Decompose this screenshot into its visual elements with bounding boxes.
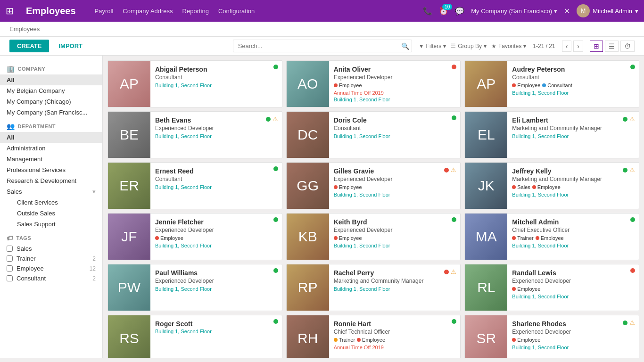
employee-card[interactable]: EL⚠Eli LambertMarketing and Community Ma… bbox=[464, 111, 639, 158]
filter-bar: ▼ Filters ▾ ☰ Group By ▾ ★ Favorites ▾ bbox=[419, 43, 527, 49]
sidebar-item-management[interactable]: Management bbox=[0, 154, 102, 165]
employee-card[interactable]: KBKeith ByrdExperienced DeveloperEmploye… bbox=[286, 213, 461, 260]
tag-employee-checkbox[interactable] bbox=[7, 265, 13, 272]
prev-page-button[interactable]: ‹ bbox=[562, 41, 572, 52]
employee-job: Experienced Developer bbox=[155, 125, 277, 132]
employee-name: Doris Cole bbox=[334, 116, 456, 124]
group-icon: ☰ bbox=[451, 43, 456, 49]
sidebar-item-all-company[interactable]: All bbox=[0, 74, 102, 85]
tag-dot bbox=[512, 185, 516, 189]
employee-card[interactable]: BE⚠Beth EvansExperienced DeveloperBuildi… bbox=[107, 111, 282, 158]
sidebar-item-sf[interactable]: My Company (San Francisc... bbox=[0, 107, 102, 118]
card-status bbox=[452, 65, 456, 69]
employee-card[interactable]: JK⚠Jeffrey KellyMarketing and Community … bbox=[464, 162, 639, 209]
employee-photo: RP bbox=[287, 264, 329, 311]
card-status bbox=[273, 268, 278, 273]
employee-tags: Employee bbox=[155, 235, 277, 241]
employee-tag: Employee bbox=[155, 235, 183, 241]
tag-sales-checkbox[interactable] bbox=[7, 246, 13, 252]
search-input[interactable] bbox=[233, 40, 412, 52]
sidebar: 🏢 COMPANY All My Belgian Company My Comp… bbox=[0, 56, 103, 358]
nav-configuration[interactable]: Configuration bbox=[218, 8, 255, 15]
chat-icon[interactable]: 💬 bbox=[455, 7, 464, 16]
nav-payroll[interactable]: Payroll bbox=[95, 8, 114, 15]
employee-location: Building 1, Second Floor bbox=[334, 286, 456, 292]
employee-card[interactable]: RP⚠Rachel PerryMarketing and Community M… bbox=[286, 264, 461, 311]
employee-card[interactable]: SR⚠Sharlene RhodesExperienced DeveloperE… bbox=[464, 315, 639, 358]
sidebar-item-belgian[interactable]: My Belgian Company bbox=[0, 85, 102, 96]
tag-consultant-checkbox[interactable] bbox=[7, 275, 13, 281]
employee-location: Building 1, Second Floor bbox=[512, 133, 634, 139]
app-grid-icon[interactable]: ⊞ bbox=[6, 5, 14, 16]
sidebar-item-sales[interactable]: Sales ▾ bbox=[0, 186, 102, 197]
employee-job: Experienced Developer bbox=[334, 74, 456, 81]
employee-tag: Employee bbox=[536, 235, 564, 241]
employee-extra: Annual Time Off 2019 bbox=[334, 345, 456, 350]
employee-name: Ernest Reed bbox=[155, 167, 277, 175]
card-status: ⚠ bbox=[623, 166, 635, 173]
company-selector[interactable]: My Company (San Francisco) ▾ bbox=[471, 8, 557, 15]
employee-card[interactable]: AOAnita OliverExperienced DeveloperEmplo… bbox=[286, 60, 461, 107]
tag-trainer-checkbox[interactable] bbox=[7, 255, 13, 262]
tag-sales[interactable]: Sales bbox=[0, 244, 102, 254]
sidebar-item-administration[interactable]: Administration bbox=[0, 143, 102, 154]
warning-icon: ⚠ bbox=[629, 166, 635, 173]
next-page-button[interactable]: › bbox=[573, 41, 583, 52]
user-selector[interactable]: M Mitchell Admin ▾ bbox=[577, 4, 638, 17]
sidebar-item-client-services[interactable]: Client Services bbox=[0, 197, 102, 208]
nav-company-address[interactable]: Company Address bbox=[123, 8, 173, 15]
sidebar-item-chicago[interactable]: My Company (Chicago) bbox=[0, 96, 102, 107]
sidebar-item-professional[interactable]: Professional Services bbox=[0, 165, 102, 175]
employee-tag: Sales bbox=[512, 184, 530, 190]
import-button[interactable]: IMPORT bbox=[54, 40, 87, 52]
create-button[interactable]: CREATE bbox=[9, 40, 49, 52]
employee-card[interactable]: APAudrey PetersonConsultantEmployeeConsu… bbox=[464, 60, 639, 107]
card-status bbox=[630, 268, 635, 273]
employee-card[interactable]: GG⚠Gilles GravieExperienced DeveloperEmp… bbox=[286, 162, 461, 209]
phone-icon[interactable]: 📞 bbox=[423, 7, 432, 16]
employee-tag: Consultant bbox=[542, 82, 572, 88]
activity-view-button[interactable]: ⏱ bbox=[620, 41, 635, 52]
employee-location: Building 1, Second Floor bbox=[512, 294, 634, 299]
sidebar-item-outside-sales[interactable]: Outside Sales bbox=[0, 208, 102, 219]
employee-card[interactable]: RHRonnie HartChief Technical OfficerTrai… bbox=[286, 315, 461, 358]
tag-dot bbox=[536, 236, 539, 240]
employee-card[interactable]: MAMitchell AdminChief Executive OfficerT… bbox=[464, 213, 639, 260]
card-status bbox=[452, 217, 456, 222]
warning-icon: ⚠ bbox=[272, 115, 278, 123]
page-info: 1-21 / 21 bbox=[533, 43, 555, 49]
employee-card[interactable]: RLRandall LewisExperienced DeveloperEmpl… bbox=[464, 264, 639, 311]
employee-location: Building 1, Second Floor bbox=[512, 90, 634, 96]
employee-card[interactable]: JFJennie FletcherExperienced DeveloperEm… bbox=[107, 213, 282, 260]
tag-dot bbox=[357, 338, 361, 342]
employee-job: Marketing and Community Manager bbox=[512, 125, 634, 132]
employee-location: Building 1, Second Floor bbox=[512, 345, 634, 350]
close-icon[interactable]: ✕ bbox=[564, 7, 570, 16]
employee-card[interactable]: APAbigail PetersonConsultantBuilding 1, … bbox=[107, 60, 282, 107]
employee-card[interactable]: PWPaul WilliamsExperienced DeveloperBuil… bbox=[107, 264, 282, 311]
tag-consultant[interactable]: Consultant 2 bbox=[0, 273, 102, 283]
nav-reporting[interactable]: Reporting bbox=[182, 8, 209, 15]
status-dot bbox=[452, 115, 456, 120]
sidebar-item-sales-support[interactable]: Sales Support bbox=[0, 219, 102, 230]
employee-name: Mitchell Admin bbox=[512, 218, 634, 226]
employee-card[interactable]: DCDoris ColeConsultantBuilding 1, Second… bbox=[286, 111, 461, 158]
kanban-view-button[interactable]: ⊞ bbox=[590, 41, 603, 52]
employee-name: Anita Oliver bbox=[334, 66, 456, 73]
tag-trainer[interactable]: Trainer 2 bbox=[0, 254, 102, 263]
employee-card[interactable]: RSRoger ScottBuilding 1, Second Floor bbox=[107, 315, 282, 358]
tag-employee[interactable]: Employee 12 bbox=[0, 263, 102, 273]
status-dot bbox=[444, 270, 449, 274]
employee-name: Gilles Gravie bbox=[334, 167, 456, 175]
group-by-button[interactable]: ☰ Group By ▾ bbox=[451, 43, 487, 49]
employee-photo: MA bbox=[465, 214, 507, 260]
company-icon: 🏢 bbox=[7, 65, 15, 73]
search-icon[interactable]: 🔍 bbox=[401, 42, 409, 50]
sidebar-item-all-dept[interactable]: All bbox=[0, 132, 102, 143]
favorites-button[interactable]: ★ Favorites ▾ bbox=[491, 43, 526, 49]
filters-button[interactable]: ▼ Filters ▾ bbox=[419, 43, 446, 49]
sidebar-item-rd[interactable]: Research & Development bbox=[0, 175, 102, 186]
list-view-button[interactable]: ☰ bbox=[605, 41, 619, 52]
activity-icon[interactable]: ⏰ 10 bbox=[439, 7, 448, 16]
employee-card[interactable]: ERErnest ReedConsultantBuilding 1, Secon… bbox=[107, 162, 282, 209]
